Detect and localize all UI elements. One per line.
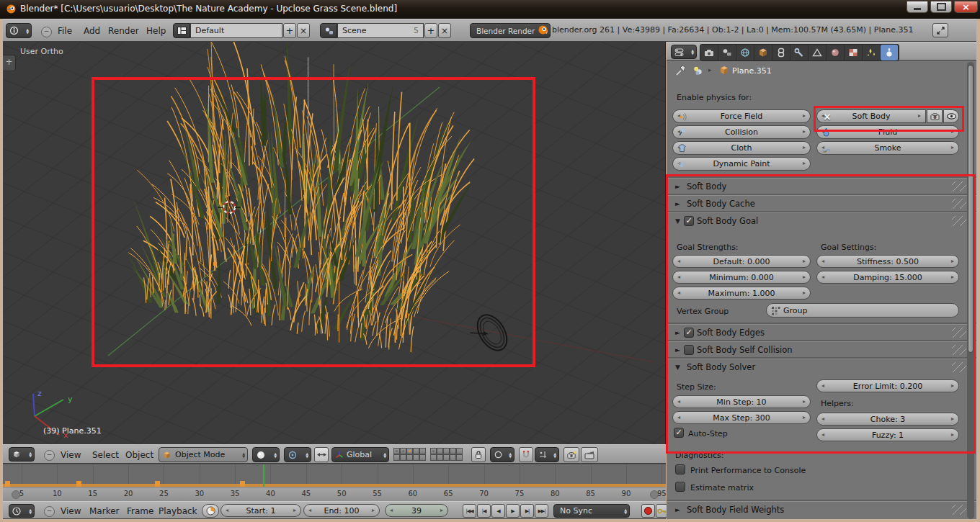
keyframe-mark[interactable]	[155, 481, 160, 487]
soft-body-edges-checkbox[interactable]: ✓	[684, 328, 694, 338]
lock-modes-toggle[interactable]	[471, 447, 486, 462]
pin-icon[interactable]	[675, 65, 687, 76]
layer-cell[interactable]	[413, 454, 419, 461]
soft-body-render-toggle[interactable]	[927, 109, 943, 123]
maximize-button[interactable]	[930, 1, 952, 13]
layer-cell[interactable]	[443, 448, 450, 454]
close-button[interactable]: ×	[954, 1, 978, 13]
tab-constraints[interactable]	[772, 45, 790, 60]
panel-soft-body-edges[interactable]: ► ✓ Soft Body Edges	[667, 324, 976, 340]
orientation-selector[interactable]: Global ▲▼	[331, 447, 389, 462]
next-keyframe-button[interactable]: ▶|	[520, 504, 534, 518]
circle-curve-object[interactable]	[466, 310, 513, 359]
print-performance-checkbox[interactable]	[675, 464, 685, 474]
layer-cell[interactable]	[413, 448, 419, 454]
jump-to-end-button[interactable]: ▶▶|	[535, 504, 548, 518]
tab-object-data[interactable]	[808, 45, 827, 60]
snap-toggle[interactable]	[519, 447, 533, 462]
layer-cell[interactable]	[437, 454, 443, 461]
soft-body-button[interactable]: × Soft Body	[816, 109, 926, 123]
region-plus-tab[interactable]: +	[3, 55, 16, 71]
shading-selector[interactable]: ▲▼	[252, 447, 280, 462]
max-step-field[interactable]: Max Step: 300	[672, 411, 811, 424]
opengl-render-button[interactable]	[564, 447, 579, 462]
jump-to-start-button[interactable]: |◀◀	[463, 504, 476, 518]
tab-particles[interactable]	[863, 45, 881, 60]
breadcrumb-object-icon[interactable]	[718, 65, 730, 76]
goal-stiffness-field[interactable]: Stiffness: 0.500	[816, 255, 959, 268]
scene-users-count[interactable]: 5	[414, 26, 419, 35]
close-layout-button[interactable]: ×	[297, 23, 310, 38]
panel-grip[interactable]	[952, 216, 966, 226]
layer-cell[interactable]	[393, 448, 400, 454]
layer-cell[interactable]	[419, 448, 426, 454]
panel-soft-body-field-weights[interactable]: ► Soft Body Field Weights	[667, 501, 976, 517]
layer-cell[interactable]	[393, 454, 400, 461]
timeline-ruler[interactable]: 5101520253035404550556065707580859095	[3, 487, 666, 501]
pivot-selector[interactable]: ▲▼	[284, 447, 311, 462]
frame-start-field[interactable]: Start: 1	[220, 504, 301, 517]
panel-soft-body[interactable]: ► Soft Body	[667, 178, 976, 194]
error-limit-field[interactable]: Error Limit: 0.200	[816, 379, 959, 392]
vp-menu-select[interactable]: Select	[92, 448, 119, 462]
choke-field[interactable]: Choke: 3	[816, 413, 959, 426]
scrollbar-thumb[interactable]	[968, 65, 974, 353]
viewport-3d[interactable]: z y x User Ortho + (39) Plane.351	[3, 42, 666, 444]
prev-keyframe-button[interactable]: |◀	[477, 504, 491, 518]
current-frame-field[interactable]: 39	[385, 504, 448, 517]
goal-minimum-field[interactable]: Minimum: 0.000	[672, 271, 811, 284]
tab-material[interactable]	[827, 45, 845, 60]
tab-world[interactable]	[736, 45, 754, 60]
use-preview-range-toggle[interactable]	[202, 504, 219, 518]
vp-collapse-menus-toggle[interactable]: −	[44, 450, 55, 461]
soft-body-viewport-toggle[interactable]	[943, 109, 959, 123]
soft-body-goal-checkbox[interactable]: ✓	[684, 216, 694, 226]
keyframe-mark[interactable]	[5, 481, 10, 487]
tl-menu-marker[interactable]: Marker	[89, 504, 119, 518]
scene-name-field[interactable]: Scene 5	[337, 23, 424, 38]
keyframe-mark[interactable]	[240, 481, 245, 487]
layer-cell[interactable]	[450, 448, 456, 454]
vertex-group-field[interactable]: Group	[766, 303, 959, 318]
tab-render[interactable]	[700, 45, 718, 60]
current-frame-line[interactable]	[263, 464, 264, 487]
dynamic-paint-button[interactable]: Dynamic Paint	[672, 157, 811, 171]
auto-step-checkbox[interactable]: ✓	[674, 428, 684, 438]
cloth-button[interactable]: Cloth	[672, 141, 811, 155]
menu-help[interactable]: Help	[146, 24, 166, 38]
manipulator-toggle[interactable]	[314, 447, 329, 462]
tab-texture[interactable]	[845, 45, 863, 60]
panel-soft-body-cache[interactable]: ► Soft Body Cache	[667, 195, 976, 211]
tl-collapse-menus-toggle[interactable]: −	[44, 506, 55, 517]
goal-damping-field[interactable]: Damping: 15.000	[816, 271, 959, 284]
keyframe-mark[interactable]	[76, 481, 81, 487]
opengl-render-anim-button[interactable]	[581, 447, 598, 462]
tab-physics[interactable]	[881, 45, 899, 60]
play-reverse-button[interactable]: ◀	[491, 504, 505, 518]
estimate-matrix-checkbox[interactable]	[675, 482, 685, 492]
layers-widget[interactable]	[393, 448, 467, 464]
sync-mode-selector[interactable]: No Sync ▲▼	[553, 504, 630, 518]
screen-layout-icon-button[interactable]	[173, 23, 190, 38]
layer-cell[interactable]	[456, 454, 463, 461]
timeline-editor-selector[interactable]: ▲▼	[9, 504, 35, 518]
collapse-menus-toggle[interactable]: −	[41, 27, 52, 37]
breadcrumb-scene-icon[interactable]	[692, 66, 703, 76]
force-field-button[interactable]: Force Field	[672, 109, 811, 123]
tl-menu-view[interactable]: View	[61, 504, 81, 518]
menu-add[interactable]: Add	[84, 24, 100, 38]
tab-modifiers[interactable]	[790, 45, 808, 60]
panel-grip[interactable]	[952, 505, 966, 515]
screen-layout-name-field[interactable]: Default	[190, 23, 282, 38]
timeline-track[interactable]	[3, 464, 666, 487]
layer-cell[interactable]	[400, 448, 406, 454]
panel-grip[interactable]	[952, 181, 966, 192]
record-auto-keyframe-button[interactable]	[641, 504, 655, 518]
breadcrumb-object-name[interactable]: Plane.351	[732, 66, 772, 76]
tab-object[interactable]	[754, 45, 772, 60]
add-scene-button[interactable]: +	[424, 23, 437, 38]
layer-cell[interactable]	[400, 454, 406, 461]
grass-object[interactable]	[125, 42, 474, 352]
layer-cell[interactable]	[430, 454, 437, 461]
goal-maximum-field[interactable]: Maximum: 1.000	[672, 287, 811, 300]
